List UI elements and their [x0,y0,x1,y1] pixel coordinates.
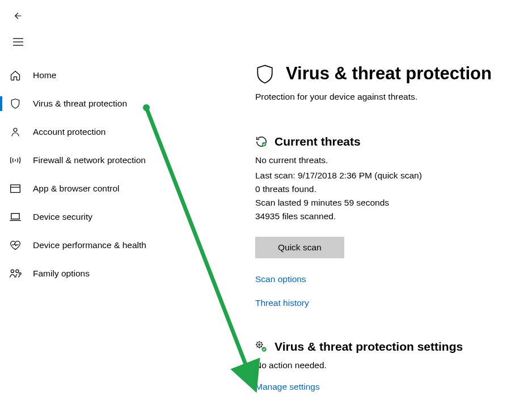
sidebar-item-label: Account protection [33,127,105,137]
svg-point-3 [14,128,17,131]
shield-icon [255,63,276,84]
sidebar-item-label: App & browser control [33,184,120,194]
manage-settings-link[interactable]: Manage settings [255,382,515,392]
svg-point-13 [259,344,260,346]
shield-icon [9,97,22,110]
person-icon [9,126,22,138]
sidebar-item-firewall[interactable]: Firewall & network protection [0,146,227,174]
settings-heading: Virus & threat protection settings [275,340,463,353]
sidebar-item-label: Device performance & health [33,240,146,250]
main-content: Virus & threat protection Protection for… [227,51,532,406]
threats-status: No current threats. [255,155,515,165]
last-scan-text: Last scan: 9/17/2018 2:36 PM (quick scan… [255,169,515,182]
svg-rect-4 [11,185,20,192]
files-scanned-text: 34935 files scanned. [255,210,515,223]
antenna-icon [9,154,22,167]
back-button[interactable] [9,7,27,25]
heart-icon [9,239,22,252]
sidebar-item-label: Home [33,70,56,80]
scan-history-icon [255,135,268,148]
current-threats-heading: Current threats [275,135,361,148]
family-icon [9,267,22,280]
page-title: Virus & threat protection [286,63,492,84]
home-icon [9,69,22,82]
threat-history-link[interactable]: Threat history [255,298,515,308]
sidebar-item-label: Family options [33,269,90,279]
page-subtitle: Protection for your device against threa… [255,92,515,102]
sidebar-item-performance[interactable]: Device performance & health [0,231,227,259]
svg-point-8 [11,270,14,272]
svg-rect-6 [11,214,19,219]
settings-status: No action needed. [255,360,515,370]
laptop-icon [9,211,22,223]
quick-scan-button[interactable]: Quick scan [255,237,344,258]
sidebar-item-label: Device security [33,212,92,222]
scan-duration-text: Scan lasted 9 minutes 59 seconds [255,196,515,210]
svg-point-10 [19,272,21,274]
sidebar: Home Virus & threat protection Account p… [0,51,227,406]
svg-point-9 [16,270,19,272]
sidebar-item-account[interactable]: Account protection [0,118,227,146]
threats-found-text: 0 threats found. [255,182,515,196]
menu-button[interactable] [9,33,27,51]
sidebar-item-family[interactable]: Family options [0,259,227,288]
browser-icon [9,182,22,195]
sidebar-item-virus[interactable]: Virus & threat protection [0,90,227,118]
sidebar-item-home[interactable]: Home [0,61,227,90]
sidebar-item-device-security[interactable]: Device security [0,203,227,231]
sidebar-item-label: Virus & threat protection [33,99,127,109]
gear-settings-icon [255,340,268,353]
sidebar-item-app-browser[interactable]: App & browser control [0,174,227,203]
scan-options-link[interactable]: Scan options [255,274,515,284]
sidebar-item-label: Firewall & network protection [33,155,146,165]
